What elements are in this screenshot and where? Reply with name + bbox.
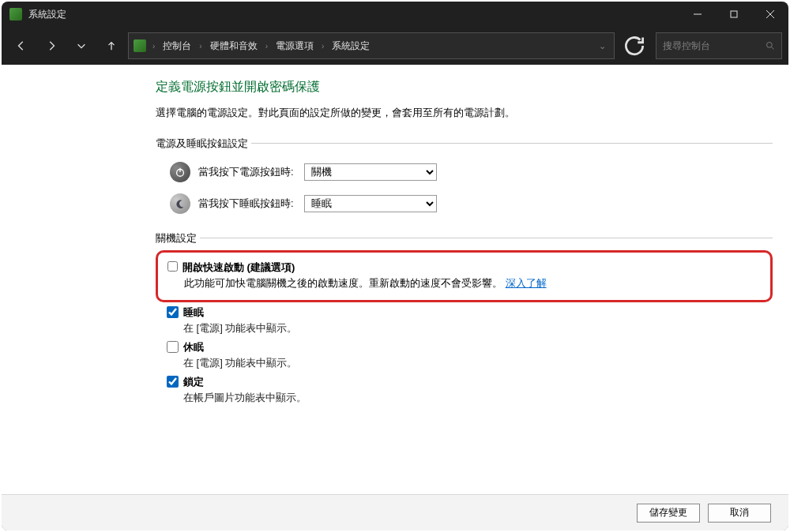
breadcrumb-item[interactable]: 電源選項 — [273, 38, 317, 54]
sleep-icon — [170, 193, 190, 214]
chevron-down-icon[interactable]: ⌄ — [596, 41, 609, 51]
fast-startup-label: 開啟快速啟動 (建議選項) — [182, 260, 295, 275]
group-legend: 電源及睡眠按鈕設定 — [156, 137, 251, 151]
hibernate-check-row: 休眠 — [167, 340, 773, 354]
button-bar: 儲存變更 取消 — [2, 494, 788, 530]
lock-label: 鎖定 — [183, 375, 204, 389]
svg-line-5 — [772, 47, 774, 50]
lock-check-row: 鎖定 — [167, 375, 773, 389]
fast-startup-checkbox[interactable] — [167, 261, 178, 272]
lock-sub: 在帳戶圖片功能表中顯示。 — [183, 391, 773, 405]
chevron-right-icon: › — [149, 42, 158, 51]
window-controls — [679, 2, 788, 27]
svg-rect-1 — [731, 11, 737, 17]
shutdown-settings-group: 關機設定 開啟快速啟動 (建議選項) 此功能可加快電腦關機之後的啟動速度。重新啟… — [156, 231, 773, 410]
up-button[interactable] — [98, 32, 125, 59]
page-description: 選擇電腦的電源設定。對此頁面的設定所做的變更，會套用至所有的電源計劃。 — [156, 105, 773, 121]
hibernate-sub: 在 [電源] 功能表中顯示。 — [183, 356, 773, 370]
chevron-right-icon: › — [196, 42, 205, 51]
breadcrumb-item[interactable]: 控制台 — [160, 38, 194, 54]
sleep-checkbox[interactable] — [167, 306, 179, 318]
back-button[interactable] — [8, 32, 35, 59]
app-icon — [9, 8, 22, 21]
search-placeholder: 搜尋控制台 — [663, 39, 766, 53]
address-bar[interactable]: › 控制台 › 硬體和音效 › 電源選項 › 系統設定 ⌄ — [128, 32, 615, 59]
breadcrumb-item[interactable]: 硬體和音效 — [207, 38, 261, 54]
close-button[interactable] — [752, 2, 788, 27]
search-input[interactable]: 搜尋控制台 — [656, 32, 782, 59]
chevron-right-icon: › — [262, 42, 271, 51]
window-title: 系統設定 — [28, 8, 66, 21]
refresh-button[interactable] — [621, 32, 648, 59]
power-icon — [170, 162, 190, 182]
fast-startup-sub: 此功能可加快電腦關機之後的啟動速度。重新啟動的速度不會受影響。 — [184, 277, 502, 289]
forward-button[interactable] — [38, 32, 65, 59]
app-window: 系統設定 › 控制台 — [2, 2, 788, 530]
breadcrumb-item[interactable]: 系統設定 — [329, 38, 373, 54]
cancel-button[interactable]: 取消 — [708, 504, 771, 523]
recent-dropdown[interactable] — [68, 32, 95, 59]
power-button-select[interactable]: 關機 — [304, 163, 437, 181]
chevron-right-icon: › — [318, 42, 327, 51]
minimize-button[interactable] — [679, 2, 716, 27]
sleep-button-row: 當我按下睡眠按鈕時: 睡眠 — [170, 193, 773, 214]
power-button-label: 當我按下電源按鈕時: — [198, 165, 304, 179]
maximize-button[interactable] — [716, 2, 752, 27]
power-button-row: 當我按下電源按鈕時: 關機 — [170, 162, 773, 182]
titlebar: 系統設定 — [2, 2, 788, 27]
page-title: 定義電源按鈕並開啟密碼保護 — [156, 79, 773, 96]
location-icon — [134, 39, 146, 52]
power-button-settings-group: 電源及睡眠按鈕設定 當我按下電源按鈕時: 關機 當我按下睡眠按鈕時: — [156, 137, 773, 217]
hibernate-label: 休眠 — [183, 340, 204, 354]
sleep-button-label: 當我按下睡眠按鈕時: — [198, 197, 304, 211]
sleep-button-select[interactable]: 睡眠 — [304, 195, 437, 212]
navbar: › 控制台 › 硬體和音效 › 電源選項 › 系統設定 ⌄ 搜尋控制台 — [2, 27, 788, 65]
content-area: 定義電源按鈕並開啟密碼保護 選擇電腦的電源設定。對此頁面的設定所做的變更，會套用… — [2, 65, 788, 530]
svg-point-4 — [767, 43, 773, 48]
fast-startup-highlight: 開啟快速啟動 (建議選項) 此功能可加快電腦關機之後的啟動速度。重新啟動的速度不… — [156, 250, 773, 302]
sleep-label: 睡眠 — [183, 305, 204, 320]
lock-checkbox[interactable] — [167, 376, 179, 388]
search-icon — [766, 41, 775, 51]
sleep-sub: 在 [電源] 功能表中顯示。 — [183, 321, 773, 335]
save-button[interactable]: 儲存變更 — [637, 504, 700, 523]
group-legend: 關機設定 — [156, 231, 200, 245]
sleep-check-row: 睡眠 — [167, 305, 773, 320]
hibernate-checkbox[interactable] — [167, 341, 179, 353]
learn-more-link[interactable]: 深入了解 — [506, 277, 547, 289]
